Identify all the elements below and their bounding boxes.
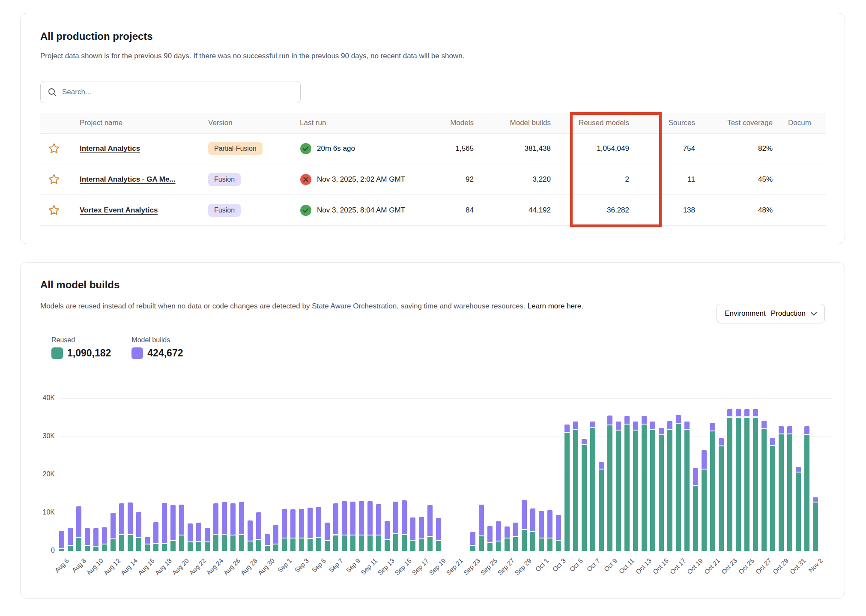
bar-segment-model-builds: [744, 409, 750, 417]
x-axis-tick-label: Aug 24: [205, 557, 224, 577]
bar-segment-model-builds: [350, 502, 355, 535]
environment-select[interactable]: Environment Production: [717, 304, 825, 323]
bar-segment-model-builds: [333, 503, 338, 534]
run-success-icon: [300, 204, 312, 216]
bar-segment-model-builds: [530, 508, 535, 531]
bar-segment-reused: [402, 535, 407, 551]
column-header-test-coverage: Test coverage: [704, 119, 783, 127]
bar-segment-model-builds: [273, 525, 278, 544]
bar-segment-model-builds: [153, 522, 158, 543]
bar-segment-model-builds: [119, 503, 124, 534]
favorite-star-icon[interactable]: [47, 142, 61, 155]
legend-builds-label: Model builds: [131, 336, 183, 344]
bar-segment-model-builds: [599, 462, 604, 468]
table-row[interactable]: Internal Analytics - GA Me...FusionNov 3…: [40, 164, 826, 195]
bar-segment-reused: [427, 537, 433, 551]
gridline: [59, 551, 832, 551]
x-axis-tick-label: Aug 6: [53, 557, 70, 574]
x-axis-tick-label: Aug 28: [239, 557, 259, 577]
bar-segment-reused: [273, 544, 278, 551]
bar-segment-model-builds: [179, 505, 184, 535]
bar-segment-model-builds: [753, 409, 758, 417]
bar-segment-reused: [796, 472, 801, 551]
project-name-link[interactable]: Internal Analytics - GA Me...: [80, 175, 176, 183]
bar-segment-reused: [162, 544, 167, 551]
bar-segment-reused: [744, 418, 750, 551]
legend-builds-value: 424,672: [147, 347, 183, 359]
x-axis-tick-label: Aug 14: [119, 557, 139, 577]
environment-select-label: Environment: [725, 309, 765, 318]
bar-segment-model-builds: [796, 467, 801, 472]
bar-segment-model-builds: [590, 422, 595, 427]
bar-segment-model-builds: [316, 507, 321, 537]
favorite-star-icon[interactable]: [47, 173, 61, 186]
table-row[interactable]: Vortex Event AnalyticsFusionNov 3, 2025,…: [40, 195, 826, 226]
version-badge: Partial-Fusion: [208, 142, 263, 155]
bar-segment-reused: [136, 538, 141, 551]
bar-segment-reused: [702, 469, 707, 551]
bar-segment-reused: [170, 541, 176, 551]
bar-segment-reused: [385, 540, 390, 551]
bar-segment-reused: [333, 535, 338, 551]
bar-segment-model-builds: [205, 528, 210, 541]
bar-segment-reused: [684, 430, 690, 551]
bar-segment-model-builds: [102, 527, 107, 544]
y-axis-tick-label: 30K: [21, 432, 55, 440]
bar-segment-reused: [556, 541, 561, 551]
bar-segment-reused: [659, 435, 664, 551]
bar-segment-model-builds: [93, 528, 99, 546]
bar-segment-model-builds: [624, 416, 630, 424]
bar-segment-model-builds: [145, 537, 150, 544]
x-axis-tick-label: Sep 23: [462, 557, 481, 577]
favorite-star-icon[interactable]: [47, 203, 61, 217]
gridline: [59, 475, 832, 475]
bar-segment-model-builds: [513, 523, 518, 536]
column-header-model-builds: Model builds: [479, 119, 556, 127]
bar-segment-reused: [410, 541, 415, 551]
bar-segment-reused: [367, 535, 373, 551]
bar-segment-model-builds: [505, 526, 510, 538]
learn-more-link[interactable]: Learn more here.: [527, 302, 583, 310]
bar-segment-model-builds: [539, 511, 544, 537]
x-axis-tick-label: Aug 22: [188, 557, 207, 577]
x-axis-tick-label: Aug 8: [70, 557, 87, 574]
project-name-link[interactable]: Internal Analytics: [80, 144, 140, 153]
bar-segment-reused: [128, 535, 133, 551]
bar-segment-model-builds: [659, 428, 664, 434]
x-axis-tick-label: Oct 5: [568, 557, 584, 573]
bar-segment-model-builds: [376, 504, 381, 535]
project-search[interactable]: [40, 81, 301, 103]
table-row[interactable]: Internal AnalyticsPartial-Fusion20m 6s a…: [40, 133, 826, 164]
models-count: 1,565: [427, 144, 479, 153]
legend-reused: Reused 1,090,182: [51, 336, 111, 359]
project-name-link[interactable]: Vortex Event Analytics: [80, 206, 158, 214]
column-header-reused-models: Reused models: [556, 119, 644, 127]
column-header-project-name: Project name: [68, 119, 196, 127]
bar-segment-model-builds: [436, 518, 441, 540]
reused-models-count: 36,282: [556, 206, 644, 215]
bar-segment-model-builds: [299, 509, 304, 538]
bar-segment-reused: [573, 430, 578, 551]
bar-segment-model-builds: [248, 520, 253, 540]
bar-segment-reused: [436, 541, 441, 551]
bar-segment-reused: [282, 538, 287, 551]
environment-select-value: Production: [771, 309, 806, 318]
bar-segment-reused: [359, 535, 364, 551]
search-input[interactable]: [62, 88, 293, 96]
projects-card-title: All production projects: [40, 30, 153, 42]
bar-segment-model-builds: [487, 526, 493, 542]
legend-reused-swatch: [51, 347, 63, 359]
bar-segment-model-builds: [265, 534, 270, 545]
bar-segment-model-builds: [136, 512, 141, 537]
x-axis-tick-label: Oct 17: [669, 557, 687, 575]
bar-segment-reused: [779, 434, 784, 551]
bar-segment-model-builds: [196, 523, 201, 541]
run-error-icon: [300, 173, 312, 185]
bar-segment-model-builds: [496, 521, 501, 541]
bar-segment-reused: [290, 538, 296, 551]
bar-segment-reused: [299, 538, 304, 551]
column-header-version: Version: [196, 119, 295, 127]
bar-segment-model-builds: [188, 523, 193, 541]
x-axis-tick-label: Aug 20: [170, 557, 190, 577]
bar-segment-model-builds: [573, 422, 578, 429]
